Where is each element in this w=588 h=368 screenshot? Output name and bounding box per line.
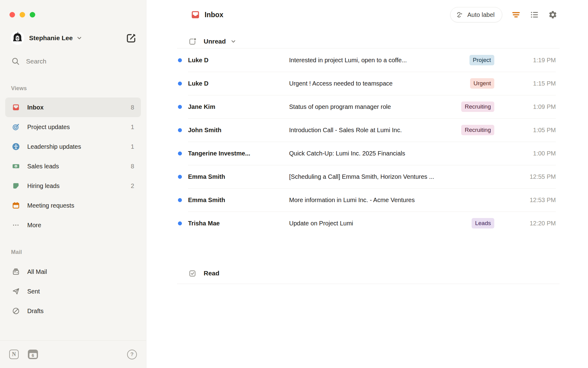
- sidebar-item-label: All Mail: [27, 268, 47, 275]
- email-row[interactable]: Luke D Urgent ! Access needed to teamspa…: [146, 72, 588, 95]
- label-badge[interactable]: Recruiting: [461, 125, 494, 135]
- unread-count: 8: [131, 163, 134, 170]
- email-subject: Urgent ! Access needed to teamspace: [289, 80, 470, 87]
- notion-app-icon[interactable]: N: [9, 350, 19, 359]
- unread-dot: [178, 175, 182, 179]
- account-switcher[interactable]: Stephanie Lee: [11, 31, 137, 45]
- email-time: 1:15 PM: [504, 80, 556, 87]
- label-badge[interactable]: Leads: [472, 218, 494, 228]
- read-label: Read: [204, 270, 219, 277]
- email-sender: Jane Kim: [188, 103, 289, 110]
- read-checkbox-icon: [188, 269, 197, 278]
- views-section-label: Views: [11, 85, 27, 92]
- calendar-app-icon[interactable]: 6: [28, 350, 38, 359]
- sidebar: Stephanie Lee Search Views: [0, 0, 146, 368]
- money-icon: [12, 162, 20, 170]
- sidebar-item-label: Leadership updates: [27, 143, 81, 150]
- sidebar-item-label: Meeting requests: [27, 202, 74, 209]
- chevron-down-icon: [230, 38, 236, 44]
- email-sender: Emma Smith: [188, 173, 289, 180]
- email-subject: Update on Project Lumi: [289, 220, 472, 227]
- search-label: Search: [26, 58, 47, 65]
- email-row[interactable]: Emma Smith [Scheduling a Call] Emma Smit…: [146, 165, 588, 188]
- main-header: Inbox Auto label: [146, 0, 588, 29]
- close-window-button[interactable]: [9, 12, 15, 17]
- sidebar-item-meeting-requests[interactable]: Meeting requests: [5, 196, 141, 215]
- compose-icon: [126, 33, 137, 44]
- unread-dot: [178, 151, 182, 155]
- email-time: 12:53 PM: [504, 197, 556, 204]
- gear-icon: [548, 10, 557, 19]
- label-badge[interactable]: Urgent: [470, 78, 494, 89]
- unread-section-header[interactable]: Unread: [188, 34, 236, 48]
- email-time: 12:55 PM: [504, 173, 556, 180]
- email-sender: Tangerine Investme...: [188, 150, 289, 157]
- label-badge[interactable]: Project: [469, 55, 494, 65]
- auto-label-icon: [456, 11, 464, 19]
- unread-dot: [178, 105, 182, 109]
- unread-dot: [178, 58, 182, 62]
- sidebar-item-label: Hiring leads: [27, 182, 60, 190]
- sidebar-item-label: Drafts: [27, 308, 43, 315]
- sidebar-item-all-mail[interactable]: All Mail: [5, 262, 141, 282]
- sidebar-item-drafts[interactable]: Drafts: [5, 301, 141, 321]
- sidebar-item-sales-leads[interactable]: Sales leads 8: [5, 156, 141, 176]
- settings-button[interactable]: [548, 10, 557, 19]
- email-row[interactable]: Luke D Interested in project Lumi, open …: [146, 48, 588, 72]
- divider: [177, 284, 560, 284]
- email-sender: Emma Smith: [188, 197, 289, 204]
- email-row[interactable]: Emma Smith More information in Lumi Inc.…: [146, 188, 588, 212]
- email-row[interactable]: Jane Kim Status of open program manager …: [146, 95, 588, 118]
- sidebar-item-more[interactable]: More: [5, 215, 141, 235]
- compose-button[interactable]: [125, 32, 137, 44]
- window-controls: [9, 12, 35, 17]
- unread-dot: [178, 128, 182, 132]
- unread-count: 2: [131, 182, 134, 190]
- email-row[interactable]: Trisha Mae Update on Project Lumi Leads …: [146, 212, 588, 235]
- filter-icon: [511, 10, 521, 19]
- sidebar-item-hiring-leads[interactable]: Hiring leads 2: [5, 176, 141, 196]
- calendar-icon: [12, 201, 20, 209]
- list-view-button[interactable]: [530, 10, 539, 19]
- header-actions: Auto label: [450, 0, 557, 29]
- unread-dot: [178, 82, 182, 86]
- unread-dot: [178, 198, 182, 202]
- label-badge[interactable]: Recruiting: [461, 102, 494, 112]
- email-sender: John Smith: [188, 127, 289, 134]
- unread-count: 1: [131, 124, 134, 131]
- email-sender: Luke D: [188, 57, 289, 64]
- target-icon: [12, 123, 20, 131]
- sidebar-footer: N 6 ?: [0, 340, 146, 368]
- chevron-down-icon: [76, 35, 82, 41]
- mail-section-label: Mail: [11, 249, 22, 255]
- minimize-window-button[interactable]: [20, 12, 25, 17]
- search-icon: [11, 57, 20, 66]
- filter-button[interactable]: [511, 10, 521, 19]
- unread-count: 8: [131, 104, 134, 111]
- main-panel: Inbox Auto label: [146, 0, 588, 368]
- search-button[interactable]: Search: [11, 57, 47, 66]
- unread-label: Unread: [204, 38, 226, 45]
- email-row[interactable]: John Smith Introduction Call - Sales Rol…: [146, 118, 588, 142]
- help-button[interactable]: ?: [127, 350, 137, 359]
- sidebar-item-leadership-updates[interactable]: Leadership updates 1: [5, 137, 141, 156]
- note-icon: [12, 182, 20, 190]
- mail-nav: All Mail Sent: [5, 262, 141, 321]
- email-time: 1:09 PM: [504, 103, 556, 110]
- email-row[interactable]: Tangerine Investme... Quick Catch-Up: Lu…: [146, 142, 588, 165]
- sidebar-item-sent[interactable]: Sent: [5, 282, 141, 301]
- sidebar-item-project-updates[interactable]: Project updates 1: [5, 117, 141, 137]
- unread-dot: [178, 221, 182, 225]
- sidebar-item-inbox[interactable]: Inbox 8: [5, 98, 141, 117]
- sidebar-item-label: Sales leads: [27, 163, 59, 170]
- auto-label-button[interactable]: Auto label: [450, 7, 502, 22]
- email-time: 1:19 PM: [504, 57, 556, 64]
- email-subject: More information in Lumi Inc. - Acme Ven…: [289, 197, 504, 204]
- sidebar-item-label: Inbox: [27, 104, 43, 111]
- zoom-window-button[interactable]: [30, 12, 35, 17]
- email-list: Luke D Interested in project Lumi, open …: [146, 48, 588, 235]
- email-time: 12:20 PM: [504, 220, 556, 227]
- read-section-header[interactable]: Read: [188, 266, 219, 280]
- user-name: Stephanie Lee: [29, 34, 73, 42]
- all-mail-icon: [12, 268, 20, 276]
